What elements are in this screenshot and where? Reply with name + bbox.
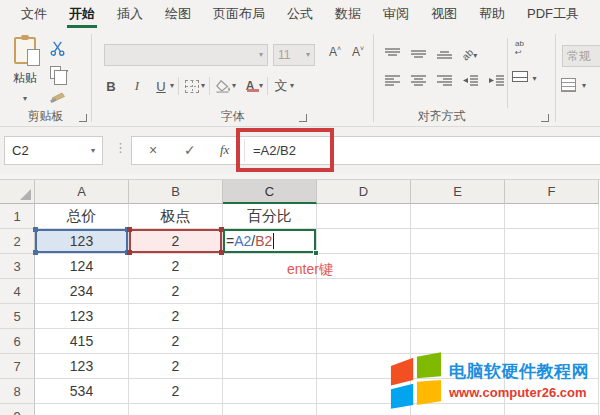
cell-C2[interactable]: =A2/B2 <box>223 229 317 254</box>
row-header-7[interactable]: 7 <box>0 354 35 379</box>
cell-C7[interactable] <box>223 354 317 379</box>
cell-B4[interactable]: 2 <box>129 279 223 304</box>
tab-视图[interactable]: 视图 <box>420 0 468 28</box>
cell-A4[interactable]: 234 <box>35 279 129 304</box>
insert-function-button[interactable]: fx <box>220 142 229 158</box>
cell-C1[interactable]: 百分比 <box>223 204 317 229</box>
cell-B7[interactable]: 2 <box>129 354 223 379</box>
align-right-button[interactable] <box>436 74 453 87</box>
row-header-5[interactable]: 5 <box>0 304 35 329</box>
cell-F4[interactable] <box>505 279 599 304</box>
row-header-2[interactable]: 2 <box>0 229 35 254</box>
row-header-8[interactable]: 8 <box>0 379 35 404</box>
cell-E5[interactable] <box>411 304 505 329</box>
cell-B2[interactable]: 2 <box>129 229 223 254</box>
selection-handle[interactable] <box>33 227 38 232</box>
cell-A5[interactable]: 123 <box>35 304 129 329</box>
top-align-button[interactable] <box>384 47 401 59</box>
cell-E4[interactable] <box>411 279 505 304</box>
formula-bar-handle[interactable]: ⋮ <box>114 140 127 155</box>
select-all-corner[interactable] <box>0 180 35 204</box>
cell-F1[interactable] <box>505 204 599 229</box>
cell-E3[interactable] <box>411 254 505 279</box>
cancel-button[interactable]: × <box>149 142 157 158</box>
column-header-B[interactable]: B <box>129 180 223 204</box>
format-painter-button[interactable] <box>46 84 86 108</box>
increase-indent-button[interactable] <box>488 74 505 87</box>
orientation-button[interactable]: ab▾ <box>462 44 477 62</box>
tab-审阅[interactable]: 审阅 <box>372 0 420 28</box>
dialog-launcher-icon[interactable] <box>79 114 87 122</box>
tab-页面布局[interactable]: 页面布局 <box>202 0 276 28</box>
cell-B8[interactable]: 2 <box>129 379 223 404</box>
tab-文件[interactable]: 文件 <box>10 0 58 28</box>
middle-align-button[interactable] <box>410 47 427 59</box>
phonetic-guide-button[interactable]: 文 <box>272 75 290 97</box>
cell-D1[interactable] <box>317 204 411 229</box>
wrap-text-button[interactable]: ab ↩ <box>515 40 554 58</box>
cell-A7[interactable]: 123 <box>35 354 129 379</box>
cut-button[interactable] <box>46 36 86 60</box>
row-header-4[interactable]: 4 <box>0 279 35 304</box>
bottom-align-button[interactable] <box>436 47 453 59</box>
row-header-9[interactable]: 9 <box>0 404 35 415</box>
column-header-C[interactable]: C <box>223 180 317 204</box>
cell-C5[interactable] <box>223 304 317 329</box>
font-name-combo[interactable]: ▾ <box>104 44 268 66</box>
number-format-combo[interactable]: 常规 <box>562 45 600 67</box>
selection-handle[interactable] <box>219 227 224 232</box>
cell-A6[interactable]: 415 <box>35 329 129 354</box>
tab-公式[interactable]: 公式 <box>276 0 324 28</box>
row-header-1[interactable]: 1 <box>0 204 35 229</box>
fill-color-button[interactable] <box>214 75 232 97</box>
cell-C9[interactable] <box>223 404 317 415</box>
cell-F2[interactable] <box>505 229 599 254</box>
column-header-D[interactable]: D <box>317 180 411 204</box>
cell-A3[interactable]: 124 <box>35 254 129 279</box>
paste-button[interactable]: 粘贴 ▾ <box>5 34 45 114</box>
cell-F5[interactable] <box>505 304 599 329</box>
tab-绘图[interactable]: 绘图 <box>154 0 202 28</box>
font-size-combo[interactable]: 11 ▾ <box>273 44 315 66</box>
selection-handle[interactable] <box>219 250 224 255</box>
cell-C8[interactable] <box>223 379 317 404</box>
copy-button[interactable]: ▾ <box>46 60 86 84</box>
grow-font-button[interactable]: A˄ <box>329 44 341 59</box>
dialog-launcher-icon[interactable] <box>541 114 549 122</box>
dialog-launcher-icon[interactable] <box>299 114 307 122</box>
cell-A2[interactable]: 123 <box>35 229 129 254</box>
tab-数据[interactable]: 数据 <box>324 0 372 28</box>
cell-B1[interactable]: 极点 <box>129 204 223 229</box>
column-header-F[interactable]: F <box>505 180 599 204</box>
row-header-6[interactable]: 6 <box>0 329 35 354</box>
selection-handle[interactable] <box>127 227 132 232</box>
font-color-button[interactable]: A <box>241 75 259 97</box>
name-box[interactable]: C2 ▾ <box>4 136 103 165</box>
tab-插入[interactable]: 插入 <box>106 0 154 28</box>
merge-center-button[interactable]: ▾ <box>512 67 554 85</box>
selection-handle[interactable] <box>33 250 38 255</box>
cell-C4[interactable] <box>223 279 317 304</box>
cell-E2[interactable] <box>411 229 505 254</box>
underline-button[interactable]: U <box>152 75 170 97</box>
cell-F3[interactable] <box>505 254 599 279</box>
cell-A1[interactable]: 总价 <box>35 204 129 229</box>
fill-handle[interactable] <box>313 250 319 256</box>
selection-handle[interactable] <box>127 250 132 255</box>
cell-D4[interactable] <box>317 279 411 304</box>
align-left-button[interactable] <box>384 74 401 87</box>
cell-B9[interactable] <box>129 404 223 415</box>
decrease-indent-button[interactable] <box>462 74 479 87</box>
cell-E1[interactable] <box>411 204 505 229</box>
cell-A8[interactable]: 534 <box>35 379 129 404</box>
borders-button[interactable] <box>183 75 201 97</box>
column-header-E[interactable]: E <box>411 180 505 204</box>
shrink-font-button[interactable]: A˅ <box>352 44 364 59</box>
cell-B6[interactable]: 2 <box>129 329 223 354</box>
bold-button[interactable]: B <box>102 75 120 97</box>
cell-B3[interactable]: 2 <box>129 254 223 279</box>
tab-开始[interactable]: 开始 <box>58 0 106 28</box>
cell-D5[interactable] <box>317 304 411 329</box>
cell-C6[interactable] <box>223 329 317 354</box>
column-header-A[interactable]: A <box>35 180 129 204</box>
